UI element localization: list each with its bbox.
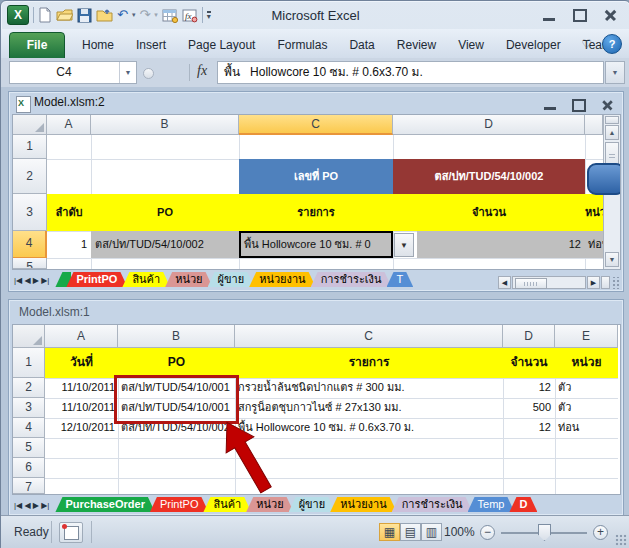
cell-d4[interactable]: 12 <box>417 231 585 258</box>
cell-d4[interactable]: 12 <box>503 418 555 438</box>
cell-a2[interactable]: 11/10/2011 <box>45 378 118 398</box>
cell-d2-po-number[interactable]: ตส/ปท/TUD/54/10/002 <box>393 159 585 194</box>
cell-a3[interactable]: 11/10/2011 <box>45 398 118 418</box>
sheet-tab-purchaseorder[interactable]: PurchaseOrder <box>55 497 154 512</box>
sheet-nav-buttons[interactable]: |◀ ◀ ▶ ▶| <box>14 276 49 285</box>
cell-e2[interactable]: ตัว <box>555 378 618 398</box>
row-header-7[interactable]: 7 <box>13 478 45 494</box>
column-header-d[interactable]: D <box>393 115 585 135</box>
zoom-level[interactable]: 100% <box>444 525 475 539</box>
sheet-tab-vendors[interactable]: ผู้ขาย <box>289 497 336 512</box>
row-header-3[interactable]: 3 <box>13 398 45 418</box>
cell-a3-header[interactable]: ลำดับ <box>47 194 91 231</box>
cell-e3-header-partial[interactable]: หน่วย <box>585 194 603 231</box>
sheet-tab-units[interactable]: หน่วย <box>246 497 293 512</box>
cell-a4[interactable]: 1 <box>47 231 91 258</box>
row-header-1[interactable]: 1 <box>13 135 47 159</box>
cell-c1-header[interactable]: รายการ <box>235 348 503 378</box>
tab-page-layout[interactable]: Page Layout <box>177 32 266 58</box>
help-button[interactable]: ? <box>602 34 622 54</box>
cell-c3-header[interactable]: รายการ <box>239 194 393 231</box>
cell-e1-header[interactable]: หน่วย <box>555 348 618 378</box>
cell-b3-header[interactable]: PO <box>91 194 239 231</box>
minimize-ribbon-icon[interactable]: ♡ <box>581 37 592 51</box>
cell-d1-header[interactable]: จำนวน <box>503 348 555 378</box>
sheet-tab-departments[interactable]: หน่วยงาน <box>330 497 396 512</box>
tab-data[interactable]: Data <box>338 32 385 58</box>
data-validation-dropdown-icon[interactable]: ▼ <box>394 233 414 257</box>
window-resize-grip[interactable] <box>615 534 627 546</box>
column-header-a[interactable]: A <box>45 325 118 348</box>
normal-view-button[interactable]: ▦ <box>379 523 400 541</box>
zoom-out-icon[interactable]: − <box>480 525 495 540</box>
sheet-nav-buttons[interactable]: |◀ ◀ ▶ ▶| <box>14 501 49 510</box>
row-header-1[interactable]: 1 <box>13 348 45 378</box>
insert-function-fx-icon[interactable]: fx <box>197 63 207 79</box>
cell-c2[interactable]: กรวยน้ำล้นชนิดปากแตร # 300 มม. <box>235 378 503 398</box>
close-button[interactable] <box>605 10 616 21</box>
name-box-dropdown-icon[interactable]: ▼ <box>119 62 136 83</box>
tab-home[interactable]: Home <box>71 32 125 58</box>
window1-restore-button[interactable] <box>572 99 586 112</box>
zoom-slider-thumb[interactable] <box>538 524 551 541</box>
row-header-5[interactable]: 5 <box>13 258 47 269</box>
cell-a4[interactable]: 12/10/2011 <box>45 418 118 438</box>
name-box[interactable]: C4 ▼ <box>9 61 137 84</box>
column-header-b[interactable]: B <box>91 115 239 135</box>
cell-d3-header[interactable]: จำนวน <box>393 194 585 231</box>
sheet-tab-temp[interactable]: Temp <box>468 497 515 512</box>
sheet-button-blue[interactable] <box>587 163 621 195</box>
column-header-b[interactable]: B <box>118 325 235 348</box>
cell-b1-header[interactable]: PO <box>118 348 235 378</box>
sheet-tab-printpo[interactable]: PrintPO <box>66 272 127 287</box>
page-break-view-button[interactable]: ▥ <box>421 523 442 541</box>
tab-insert[interactable]: Insert <box>125 32 177 58</box>
column-header-d[interactable]: D <box>503 325 555 348</box>
restore-button[interactable] <box>573 9 587 22</box>
sheet-tab-vendors[interactable]: ผู้ขาย <box>208 272 255 287</box>
cell-c2-po-label[interactable]: เลขที่ PO <box>239 159 393 194</box>
tab-developer[interactable]: Developer <box>495 32 572 58</box>
sheet-tab-t-partial[interactable]: T <box>387 272 414 287</box>
tab-formulas[interactable]: Formulas <box>266 32 338 58</box>
sheet-tab-payment[interactable]: การชำระเงิน <box>311 272 392 287</box>
sheet-tab-units[interactable]: หน่วย <box>165 272 212 287</box>
cell-d3[interactable]: 500 <box>503 398 555 418</box>
cell-e4-partial[interactable]: ท่อน <box>585 231 603 258</box>
scroll-up-icon[interactable]: ▲ <box>605 125 619 140</box>
cell-d2[interactable]: 12 <box>503 378 555 398</box>
formula-input[interactable]: พื้น Hollowcore 10 ซม. # 0.6x3.70 ม. <box>217 61 604 84</box>
window1-close-button[interactable] <box>603 101 613 111</box>
zoom-in-icon[interactable]: + <box>593 525 608 540</box>
select-all-corner[interactable] <box>13 325 45 348</box>
split-box[interactable] <box>605 116 619 124</box>
minimize-button[interactable] <box>543 18 555 21</box>
sheet-tab-products[interactable]: สินค้า <box>203 497 251 512</box>
column-header-c[interactable]: C <box>235 325 503 348</box>
row-header-2[interactable]: 2 <box>13 378 45 398</box>
sheet-tab-d-partial[interactable]: D <box>509 497 537 512</box>
scroll-right-icon[interactable]: ▶ <box>587 276 600 289</box>
window1-minimize-button[interactable] <box>544 107 556 110</box>
select-all-corner[interactable] <box>13 115 47 135</box>
column-header-a[interactable]: A <box>47 115 91 135</box>
row-header-5[interactable]: 5 <box>13 438 45 458</box>
cell-c4-selected[interactable]: พื้น Hollowcore 10 ซม. # 0 <box>239 231 393 258</box>
row-header-4[interactable]: 4 <box>13 418 45 438</box>
tab-review[interactable]: Review <box>386 32 447 58</box>
expand-formula-bar-icon[interactable]: ▼ <box>605 61 625 84</box>
cell-e4[interactable]: ท่อน <box>555 418 618 438</box>
column-header-c-selected[interactable]: C <box>239 115 393 135</box>
tab-view[interactable]: View <box>447 32 495 58</box>
row-header-3[interactable]: 3 <box>13 194 47 231</box>
scroll-down-icon[interactable]: ▼ <box>605 252 619 267</box>
hscroll-track[interactable] <box>512 276 586 289</box>
macro-record-button[interactable] <box>59 522 83 543</box>
cell-e3[interactable]: ตัว <box>555 398 618 418</box>
page-layout-view-button[interactable]: ▤ <box>400 523 421 541</box>
sheet-tab-payment[interactable]: การชำระเงิน <box>392 497 473 512</box>
cell-b4[interactable]: ตส/ปท/TUD/54/10/002 <box>91 231 239 258</box>
sheet-tab-products[interactable]: สินค้า <box>122 272 170 287</box>
column-header-e-partial[interactable] <box>585 115 603 135</box>
hscroll-thumb[interactable] <box>515 278 547 289</box>
